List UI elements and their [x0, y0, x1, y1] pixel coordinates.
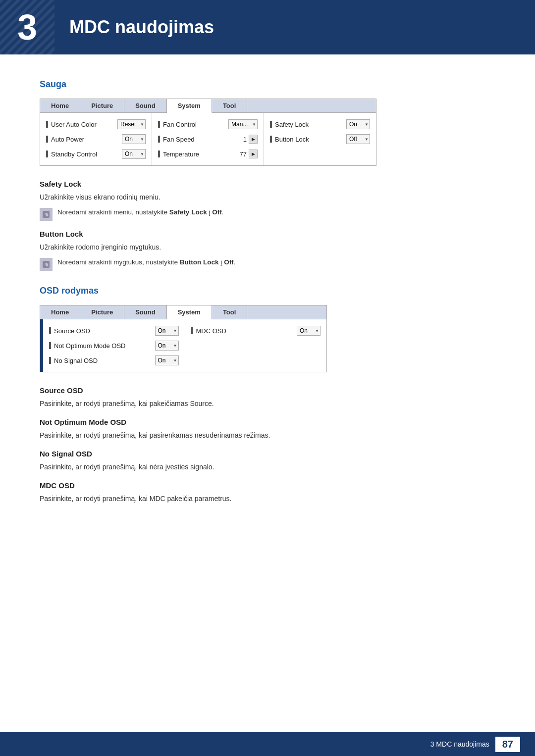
chapter-number: 3 — [17, 7, 37, 48]
mdc-osd-select[interactable]: On Off — [297, 326, 321, 336]
button-lock-note-icon: ✎ — [40, 258, 53, 271]
fan-control-control[interactable]: Man... Auto — [228, 119, 258, 129]
mdc-osd-desc: Pasirinkite, ar rodyti pranešimą, kai MD… — [40, 494, 495, 504]
reset-select-wrap[interactable]: Reset — [117, 119, 146, 129]
source-osd-heading: Source OSD — [40, 386, 495, 395]
reset-select[interactable]: Reset — [117, 119, 146, 129]
row-indicator — [46, 136, 48, 143]
standby-control-label: Standby Control — [51, 151, 97, 158]
tab-system[interactable]: System — [167, 99, 212, 113]
pencil-icon-2: ✎ — [42, 260, 51, 269]
no-signal-heading: No Signal OSD — [40, 450, 495, 458]
safety-lock-note-text: Norėdami atrakinti meniu, nustatykite Sa… — [57, 207, 223, 217]
standby-control-select[interactable]: On Off — [122, 149, 146, 159]
safety-lock-heading: Safety Lock — [40, 180, 495, 188]
fan-control-label: Fan Control — [163, 121, 197, 128]
row-indicator — [270, 136, 272, 143]
source-osd-label: Source OSD — [54, 327, 90, 335]
panel-col-2: Fan Control Man... Auto F — [152, 113, 264, 165]
no-signal-select-wrap[interactable]: On Off — [155, 355, 179, 365]
osd-tab-system[interactable]: System — [167, 305, 212, 319]
panel-row-standby-control: Standby Control On Off — [40, 147, 152, 161]
button-lock-desc: Užrakinkite rodomo įrenginio mygtukus. — [40, 242, 495, 252]
source-osd-select[interactable]: On Off — [155, 326, 179, 336]
osd-row-no-signal: No Signal OSD On Off — [43, 353, 185, 368]
svg-text:✎: ✎ — [44, 212, 49, 218]
panel-row-auto-power: Auto Power On Off — [40, 132, 152, 147]
auto-power-select-wrap[interactable]: On Off — [122, 134, 146, 144]
safety-lock-select[interactable]: On Off — [346, 119, 370, 129]
fan-speed-control[interactable]: 1 ▶ — [232, 135, 258, 144]
svg-text:✎: ✎ — [44, 262, 49, 268]
panel-row-user-auto-color: User Auto Color Reset — [40, 117, 152, 132]
panel-row-safety-lock: Safety Lock On Off — [264, 117, 376, 132]
osd-row-not-optimum: Not Optimum Mode OSD On Off — [43, 338, 185, 353]
standby-control-select-wrap[interactable]: On Off — [122, 149, 146, 159]
fan-speed-value: 1 — [232, 136, 247, 143]
standby-control-control[interactable]: On Off — [122, 149, 146, 159]
button-lock-select-wrap[interactable]: Off On — [346, 134, 370, 144]
button-lock-control[interactable]: Off On — [346, 134, 370, 144]
fan-control-select[interactable]: Man... Auto — [228, 119, 258, 129]
row-indicator — [46, 121, 48, 128]
safety-lock-select-wrap[interactable]: On Off — [346, 119, 370, 129]
osd-right-col: MDC OSD On Off — [185, 319, 327, 372]
no-signal-select[interactable]: On Off — [155, 355, 179, 365]
user-auto-color-control[interactable]: Reset — [117, 119, 146, 129]
source-osd-select-wrap[interactable]: On Off — [155, 326, 179, 336]
safety-lock-label: Safety Lock — [275, 121, 309, 128]
source-osd-desc: Pasirinkite, ar rodyti pranešimą, kai pa… — [40, 399, 495, 409]
fan-control-select-wrap[interactable]: Man... Auto — [228, 119, 258, 129]
footer-page: 87 — [495, 737, 520, 752]
tab-tool[interactable]: Tool — [212, 99, 247, 112]
osd-heading: OSD rodymas — [40, 286, 495, 296]
fan-speed-label: Fan Speed — [163, 136, 195, 143]
auto-power-select[interactable]: On Off — [122, 134, 146, 144]
fan-speed-arrow[interactable]: ▶ — [249, 135, 258, 144]
safety-lock-desc: Užrakinkite visus ekrano rodinių meniu. — [40, 192, 495, 202]
mdc-osd-label: MDC OSD — [196, 327, 226, 335]
tab-picture[interactable]: Picture — [80, 99, 124, 112]
panel-col-3: Safety Lock On Off Button — [264, 113, 376, 165]
safety-lock-note-row: ✎ Norėdami atrakinti meniu, nustatykite … — [40, 207, 495, 221]
not-optimum-select-wrap[interactable]: On Off — [155, 341, 179, 351]
tab-sound[interactable]: Sound — [124, 99, 166, 112]
osd-left-col: Source OSD On Off Not Opt — [43, 319, 185, 372]
tab-home[interactable]: Home — [40, 99, 80, 112]
not-optimum-control[interactable]: On Off — [155, 341, 179, 351]
osd-panel-body: Source OSD On Off Not Opt — [40, 319, 326, 372]
mdc-osd-select-wrap[interactable]: On Off — [297, 326, 321, 336]
sauga-panel: Home Picture Sound System Tool User Auto… — [40, 99, 376, 166]
source-osd-control[interactable]: On Off — [155, 326, 179, 336]
osd-row-source: Source OSD On Off — [43, 323, 185, 338]
row-indicator — [158, 151, 160, 157]
row-indicator — [49, 327, 51, 334]
panel-row-temperature: Temperature 77 ▶ — [152, 147, 264, 161]
osd-tab-home[interactable]: Home — [40, 305, 80, 319]
pencil-icon: ✎ — [42, 210, 51, 219]
temperature-label: Temperature — [163, 151, 199, 158]
panel-row-fan-control: Fan Control Man... Auto — [152, 117, 264, 132]
button-lock-heading: Button Lock — [40, 230, 495, 238]
osd-tab-sound[interactable]: Sound — [124, 305, 166, 319]
row-indicator — [158, 136, 160, 143]
no-signal-desc: Pasirinkite, ar rodyti pranešimą, kai nė… — [40, 462, 495, 472]
not-optimum-select[interactable]: On Off — [155, 341, 179, 351]
auto-power-control[interactable]: On Off — [122, 134, 146, 144]
chapter-title: MDC naudojimas — [54, 17, 214, 38]
sauga-panel-body: User Auto Color Reset Auto Power — [40, 113, 376, 165]
no-signal-control[interactable]: On Off — [155, 355, 179, 365]
osd-row-mdc: MDC OSD On Off — [185, 323, 327, 338]
sauga-panel-tabs: Home Picture Sound System Tool — [40, 99, 376, 113]
osd-panel-tabs: Home Picture Sound System Tool — [40, 305, 326, 319]
osd-tab-picture[interactable]: Picture — [80, 305, 124, 319]
temperature-control[interactable]: 77 ▶ — [232, 150, 258, 158]
safety-lock-note-icon: ✎ — [40, 208, 53, 221]
mdc-osd-control[interactable]: On Off — [297, 326, 321, 336]
temperature-arrow[interactable]: ▶ — [249, 150, 258, 158]
osd-tab-tool[interactable]: Tool — [212, 305, 247, 319]
row-indicator — [46, 151, 48, 157]
button-lock-select[interactable]: Off On — [346, 134, 370, 144]
user-auto-color-label: User Auto Color — [51, 121, 97, 128]
safety-lock-control[interactable]: On Off — [346, 119, 370, 129]
